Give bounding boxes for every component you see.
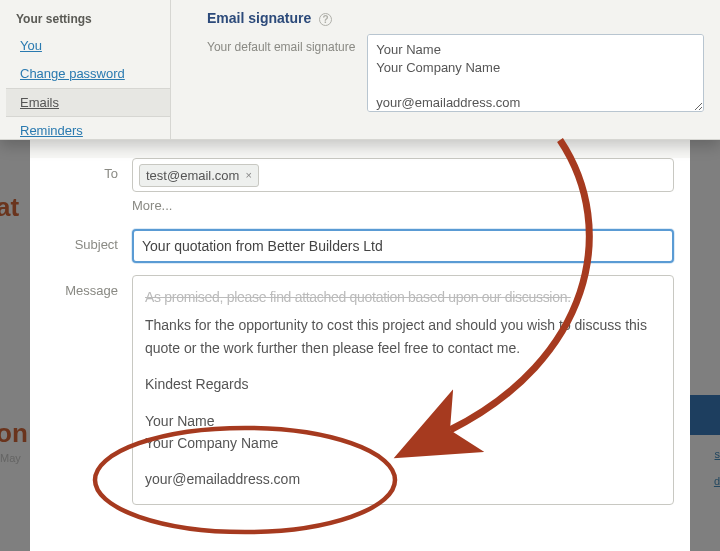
- section-title: Email signature ?: [207, 8, 704, 34]
- nav-item-emails[interactable]: Emails: [6, 88, 170, 117]
- nav-item-you[interactable]: You: [6, 32, 170, 60]
- message-signature-line: Your Name: [145, 410, 661, 432]
- message-line: Thanks for the opportunity to cost this …: [145, 314, 661, 359]
- settings-panel: Your settings You Change password Emails…: [0, 0, 720, 140]
- remove-recipient-icon[interactable]: ×: [245, 169, 251, 181]
- settings-heading: Your settings: [6, 8, 170, 32]
- to-row: To test@email.com ×: [46, 158, 674, 192]
- settings-body: Email signature ? Your default email sig…: [170, 0, 720, 139]
- subject-label: Subject: [46, 229, 132, 252]
- to-field[interactable]: test@email.com ×: [132, 158, 674, 192]
- recipient-chip[interactable]: test@email.com ×: [139, 164, 259, 187]
- message-line: As promised, please find attached quotat…: [145, 286, 661, 308]
- compose-email-panel: To test@email.com × More... Subject Your…: [30, 158, 690, 551]
- help-icon[interactable]: ?: [319, 13, 332, 26]
- message-row: Message As promised, please find attache…: [46, 275, 674, 505]
- message-signature-line: your@emailaddress.com: [145, 468, 661, 490]
- signature-label: Your default email signature: [207, 34, 367, 54]
- settings-nav: Your settings You Change password Emails…: [0, 0, 170, 139]
- subject-input[interactable]: Your quotation from Better Builders Ltd: [132, 229, 674, 263]
- signature-textarea[interactable]: [367, 34, 704, 112]
- nav-item-change-password[interactable]: Change password: [6, 60, 170, 88]
- message-label: Message: [46, 275, 132, 298]
- to-label: To: [46, 158, 132, 181]
- modal-backdrop: [690, 140, 720, 551]
- recipient-chip-text: test@email.com: [146, 168, 239, 183]
- message-signature-line: Your Company Name: [145, 432, 661, 454]
- message-line: Kindest Regards: [145, 373, 661, 395]
- section-title-text: Email signature: [207, 10, 311, 26]
- subject-row: Subject Your quotation from Better Build…: [46, 229, 674, 263]
- more-recipients-toggle[interactable]: More...: [132, 198, 674, 219]
- message-textarea[interactable]: As promised, please find attached quotat…: [132, 275, 674, 505]
- modal-backdrop: [0, 140, 30, 551]
- nav-item-reminders[interactable]: Reminders: [6, 117, 170, 145]
